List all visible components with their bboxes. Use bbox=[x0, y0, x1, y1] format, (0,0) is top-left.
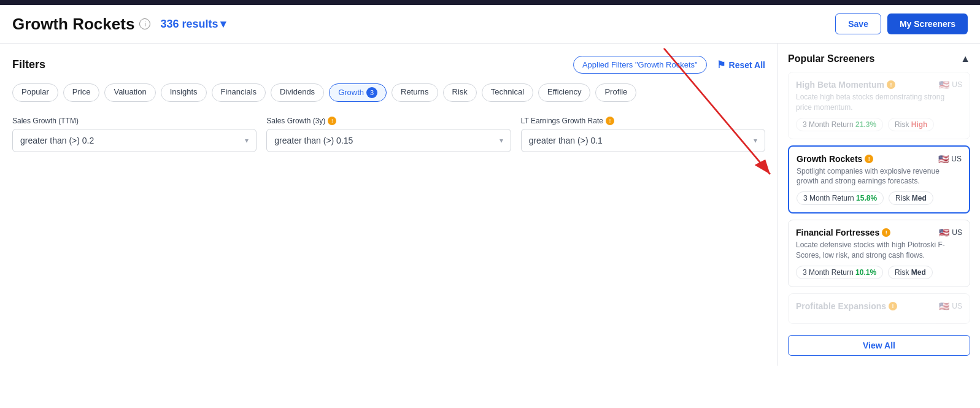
screener-name-financial-fortresses: Financial Fortresses! bbox=[796, 228, 890, 237]
screener-list: High Beta Momentum!🇺🇸USLocate high beta … bbox=[788, 72, 970, 330]
filters-label: Filters bbox=[12, 58, 45, 71]
screener-country-growth-rockets: 🇺🇸US bbox=[938, 154, 962, 164]
screener-badge-icon: ! bbox=[889, 302, 897, 310]
filter-dropdowns: Sales Growth (TTM)greater than (>) 0.2▾S… bbox=[12, 117, 765, 152]
info-icon[interactable]: i bbox=[139, 18, 150, 29]
filter-group-label-lt-earnings-growth-rate: LT Earnings Growth Rate! bbox=[521, 117, 765, 125]
info-badge-icon[interactable]: ! bbox=[606, 117, 614, 125]
filter-group-sales-growth-ttm: Sales Growth (TTM)greater than (>) 0.2▾ bbox=[12, 117, 257, 152]
right-panel: Popular Screeners ▲ High Beta Momentum!🇺… bbox=[777, 44, 980, 366]
screener-card-profitable-expansions[interactable]: Profitable Expansions!🇺🇸US bbox=[788, 293, 970, 324]
chevron-down-icon: ▾ bbox=[245, 136, 249, 145]
header: Growth Rockets i 336 results ▾ Save My S… bbox=[0, 5, 980, 44]
filter-tag-financials[interactable]: Financials bbox=[212, 83, 266, 102]
screener-card-growth-rockets[interactable]: Growth Rockets!🇺🇸USSpotlight companies w… bbox=[788, 145, 970, 214]
screener-risk-financial-fortresses: Risk Med bbox=[888, 266, 933, 279]
screener-return-high-beta: 3 Month Return 21.3% bbox=[796, 118, 883, 131]
filter-tag-insights[interactable]: Insights bbox=[161, 83, 207, 102]
chevron-down-icon: ▾ bbox=[500, 136, 503, 145]
filter-tag-technical[interactable]: Technical bbox=[482, 83, 533, 102]
filter-select-sales-growth-3y[interactable]: greater than (>) 0.15▾ bbox=[266, 129, 511, 152]
filter-tag-valuation[interactable]: Valuation bbox=[104, 83, 155, 102]
screener-risk-high-beta: Risk High bbox=[888, 118, 934, 131]
chevron-down-icon: ▾ bbox=[754, 136, 757, 145]
right-panel-title: Popular Screeners bbox=[788, 53, 874, 64]
screener-desc-growth-rockets: Spotlight companies with explosive reven… bbox=[797, 166, 962, 187]
filter-tag-popular[interactable]: Popular bbox=[12, 83, 58, 102]
filter-tag-growth[interactable]: Growth3 bbox=[329, 83, 387, 102]
filter-tag-risk[interactable]: Risk bbox=[443, 83, 477, 102]
main-content: Filters Applied Filters "Growth Rockets"… bbox=[0, 44, 980, 366]
save-button[interactable]: Save bbox=[835, 13, 881, 34]
filter-tag-returns[interactable]: Returns bbox=[392, 83, 438, 102]
applied-filters-button[interactable]: Applied Filters "Growth Rockets" bbox=[573, 56, 707, 74]
filter-actions: Applied Filters "Growth Rockets" ⚑ Reset… bbox=[573, 56, 765, 74]
filter-group-sales-growth-3y: Sales Growth (3y)!greater than (>) 0.15▾ bbox=[266, 117, 511, 152]
filter-tags: PopularPriceValuationInsightsFinancialsD… bbox=[12, 83, 765, 102]
screener-name-growth-rockets: Growth Rockets! bbox=[797, 154, 873, 164]
header-actions: Save My Screeners bbox=[835, 13, 968, 34]
screener-country-high-beta: 🇺🇸US bbox=[939, 80, 962, 90]
us-flag-icon: 🇺🇸 bbox=[939, 228, 949, 237]
info-badge-icon[interactable]: ! bbox=[328, 117, 336, 125]
filter-group-lt-earnings-growth-rate: LT Earnings Growth Rate!greater than (>)… bbox=[521, 117, 765, 152]
screener-risk-growth-rockets: Risk Med bbox=[889, 191, 933, 205]
screener-badge-icon: ! bbox=[887, 80, 895, 89]
filter-tag-price[interactable]: Price bbox=[63, 83, 100, 102]
reset-all-button[interactable]: ⚑ Reset All bbox=[717, 59, 765, 71]
screener-return-financial-fortresses: 3 Month Return 10.1% bbox=[796, 266, 883, 279]
results-count[interactable]: 336 results ▾ bbox=[160, 17, 226, 31]
left-panel: Filters Applied Filters "Growth Rockets"… bbox=[0, 44, 777, 366]
filter-select-lt-earnings-growth-rate[interactable]: greater than (>) 0.1▾ bbox=[521, 129, 765, 152]
us-flag-icon: 🇺🇸 bbox=[938, 154, 949, 164]
filter-select-sales-growth-ttm[interactable]: greater than (>) 0.2▾ bbox=[12, 129, 257, 152]
screener-country-profitable-expansions: 🇺🇸US bbox=[939, 301, 962, 311]
filter-group-label-sales-growth-3y: Sales Growth (3y)! bbox=[266, 117, 511, 125]
screener-desc-financial-fortresses: Locate defensive stocks with high Piotro… bbox=[796, 240, 962, 261]
filters-header: Filters Applied Filters "Growth Rockets"… bbox=[12, 56, 765, 74]
us-flag-icon: 🇺🇸 bbox=[939, 301, 949, 311]
screener-name-profitable-expansions: Profitable Expansions! bbox=[796, 301, 897, 311]
reset-icon: ⚑ bbox=[717, 59, 725, 71]
screener-badge-icon: ! bbox=[865, 155, 873, 163]
screener-card-financial-fortresses[interactable]: Financial Fortresses!🇺🇸USLocate defensiv… bbox=[788, 220, 970, 287]
screener-badge-icon: ! bbox=[882, 228, 890, 237]
screener-desc-high-beta: Locate high beta stocks demonstrating st… bbox=[796, 92, 962, 113]
top-bar bbox=[0, 0, 980, 5]
collapse-icon[interactable]: ▲ bbox=[960, 53, 970, 64]
filter-tag-profile[interactable]: Profile bbox=[595, 83, 636, 102]
screener-return-growth-rockets: 3 Month Return 15.8% bbox=[797, 191, 884, 205]
view-all-button[interactable]: View All bbox=[788, 335, 970, 356]
us-flag-icon: 🇺🇸 bbox=[939, 80, 949, 90]
chevron-down-icon: ▾ bbox=[220, 17, 226, 31]
screener-country-financial-fortresses: 🇺🇸US bbox=[939, 228, 962, 237]
screener-card-high-beta[interactable]: High Beta Momentum!🇺🇸USLocate high beta … bbox=[788, 72, 970, 139]
my-screeners-button[interactable]: My Screeners bbox=[887, 13, 968, 34]
filter-tag-badge: 3 bbox=[366, 87, 377, 98]
filter-tag-dividends[interactable]: Dividends bbox=[271, 83, 324, 102]
filter-tag-efficiency[interactable]: Efficiency bbox=[538, 83, 590, 102]
right-panel-header: Popular Screeners ▲ bbox=[788, 53, 970, 64]
screener-name-high-beta: High Beta Momentum! bbox=[796, 80, 895, 90]
page-title: Growth Rockets bbox=[12, 15, 134, 34]
filter-group-label-sales-growth-ttm: Sales Growth (TTM) bbox=[12, 117, 257, 125]
